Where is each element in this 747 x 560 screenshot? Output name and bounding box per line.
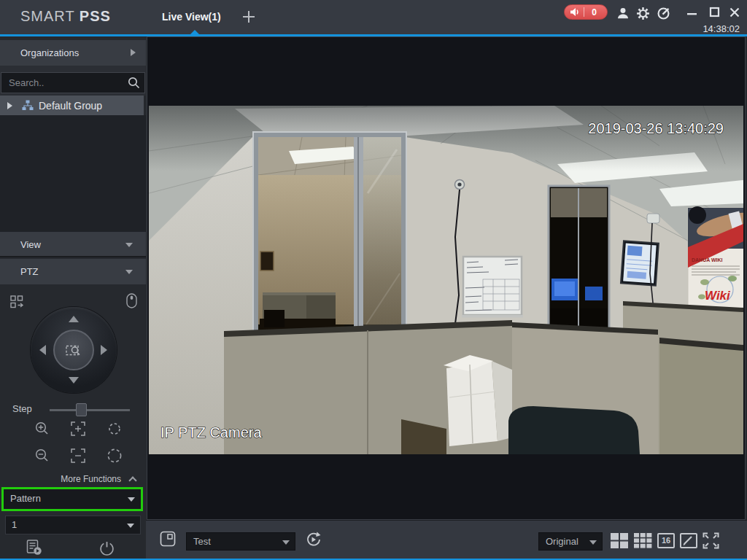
arrow-right-icon	[131, 49, 136, 56]
clock: 14:38:02	[703, 23, 740, 34]
picture-frame	[260, 252, 274, 271]
user-icon[interactable]	[616, 7, 631, 21]
plus-icon	[241, 9, 257, 25]
settings-gear-icon[interactable]	[636, 7, 651, 21]
ptz-up-arrow[interactable]	[69, 316, 79, 322]
add-tab-button[interactable]	[241, 9, 257, 25]
sidebar: Organizations Default Group View PTZ	[0, 36, 146, 560]
custom-split-button[interactable]	[680, 533, 697, 548]
camera-name-overlay: IP PTZ Camera	[160, 424, 262, 440]
focus-far-button[interactable]	[69, 446, 88, 465]
save-view-icon[interactable]	[160, 531, 176, 550]
tab-live-view[interactable]: Live View(1)	[162, 11, 221, 23]
iris-open-button[interactable]	[105, 419, 124, 438]
zoom-in-button[interactable]	[33, 419, 52, 438]
ptz-right-arrow[interactable]	[101, 345, 107, 355]
chevron-down-icon	[589, 540, 597, 545]
view-label: View	[20, 239, 41, 250]
ptz-3d-position-button[interactable]	[53, 330, 94, 370]
view-name-dropdown[interactable]: Test	[186, 532, 295, 551]
ptz-joystick[interactable]	[31, 307, 117, 393]
search-icon[interactable]	[128, 77, 140, 92]
logo-pss: PSS	[80, 8, 111, 24]
region-zoom-icon	[66, 343, 82, 357]
view-name-value: Test	[193, 536, 211, 547]
minimize-button[interactable]	[686, 8, 701, 23]
live-video-tile[interactable]: DAHUA WIKI Wiki	[147, 36, 746, 520]
whiteboard	[462, 257, 523, 318]
search-input[interactable]	[1, 72, 145, 93]
device-tree-empty-area	[0, 115, 146, 232]
banner-wiki-logo: Wiki	[705, 289, 731, 303]
expander-triangle-icon[interactable]	[7, 102, 12, 109]
partition-window	[549, 186, 609, 333]
ptz-label: PTZ	[20, 266, 39, 277]
search-area	[0, 66, 146, 96]
organizations-label: Organizations	[20, 47, 79, 58]
chevron-down-icon	[282, 540, 290, 545]
smartpss-window: SMART PSS Live View(1) 0	[0, 0, 747, 560]
ptz-left-arrow[interactable]	[39, 345, 46, 355]
app-logo: SMART PSS	[20, 8, 111, 25]
default-group-label: Default Group	[39, 100, 102, 112]
split-16-button[interactable]: 16	[657, 533, 675, 548]
close-button[interactable]	[729, 7, 743, 21]
step-slider-thumb[interactable]	[76, 403, 87, 416]
dahua-wiki-banner: DAHUA WIKI Wiki	[688, 206, 743, 310]
step-slider-track[interactable]	[50, 409, 130, 411]
wall-tv	[621, 241, 659, 285]
tour-refresh-icon[interactable]	[305, 531, 322, 551]
speaker-icon	[570, 7, 580, 17]
chevron-down-icon	[127, 524, 134, 528]
cardboard-box	[444, 355, 512, 446]
view-section-header[interactable]: View	[0, 232, 146, 257]
ptz-panel: Step More Functions	[0, 286, 146, 560]
pattern-start-button[interactable]	[26, 540, 42, 559]
mouse-control-icon[interactable]	[126, 293, 137, 311]
fullscreen-icon[interactable]	[703, 532, 719, 552]
step-label: Step	[12, 403, 32, 414]
organizations-header[interactable]: Organizations	[0, 40, 146, 66]
focus-near-button[interactable]	[69, 419, 88, 438]
pen-icon	[681, 534, 696, 547]
scale-value: Original	[546, 536, 578, 547]
ptz-preset-goto-icon[interactable]	[10, 295, 24, 312]
pattern-number-dropdown[interactable]: 1	[5, 516, 141, 534]
ptz-section-header[interactable]: PTZ	[0, 259, 146, 284]
ptz-function-dropdown[interactable]: Pattern	[1, 487, 143, 511]
iris-close-button[interactable]	[105, 446, 124, 465]
office-chair	[508, 406, 640, 454]
camera-video-scene: DAHUA WIKI Wiki	[149, 106, 743, 454]
chevron-up-icon[interactable]	[128, 476, 136, 484]
video-timestamp: 2019-03-26 13:40:29	[588, 120, 724, 136]
pattern-stop-power-button[interactable]	[99, 541, 115, 559]
pattern-number-value: 1	[12, 519, 17, 530]
ptz-function-value: Pattern	[10, 493, 41, 504]
tree-item-default-group[interactable]: Default Group	[0, 96, 144, 115]
liveview-toolbar: Test Original 16	[146, 520, 747, 559]
banner-title: DAHUA WIKI	[692, 257, 723, 262]
ptz-down-arrow[interactable]	[69, 377, 79, 384]
split-4-icon[interactable]	[611, 533, 629, 551]
maximize-button[interactable]	[709, 7, 724, 21]
more-functions-toggle[interactable]: More Functions	[61, 474, 121, 484]
performance-gauge-icon[interactable]	[657, 7, 671, 21]
scale-dropdown[interactable]: Original	[538, 532, 603, 551]
chevron-down-icon	[125, 270, 133, 274]
alarm-badge[interactable]: 0	[564, 4, 608, 20]
group-tree-icon	[22, 100, 34, 111]
chevron-down-icon	[125, 243, 133, 247]
titlebar: SMART PSS Live View(1) 0	[0, 0, 747, 34]
zoom-out-button[interactable]	[33, 446, 52, 465]
alarm-count: 0	[584, 7, 607, 18]
split-9-icon[interactable]	[634, 533, 652, 551]
chevron-down-icon	[128, 497, 135, 502]
logo-smart: SMART	[20, 8, 80, 24]
active-tab-notch	[190, 30, 200, 35]
